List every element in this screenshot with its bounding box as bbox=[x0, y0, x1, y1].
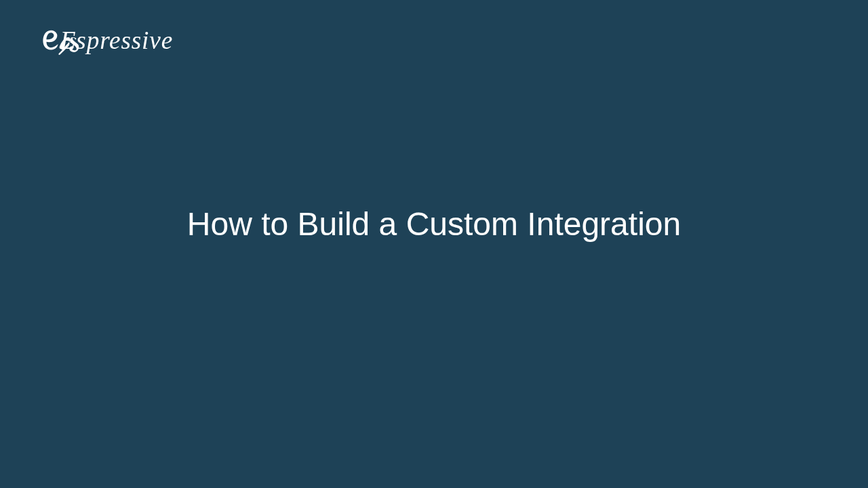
logo-text: Espressive bbox=[60, 26, 173, 54]
slide-title: How to Build a Custom Integration bbox=[187, 205, 681, 243]
brand-logo: Espressive bbox=[41, 20, 190, 68]
